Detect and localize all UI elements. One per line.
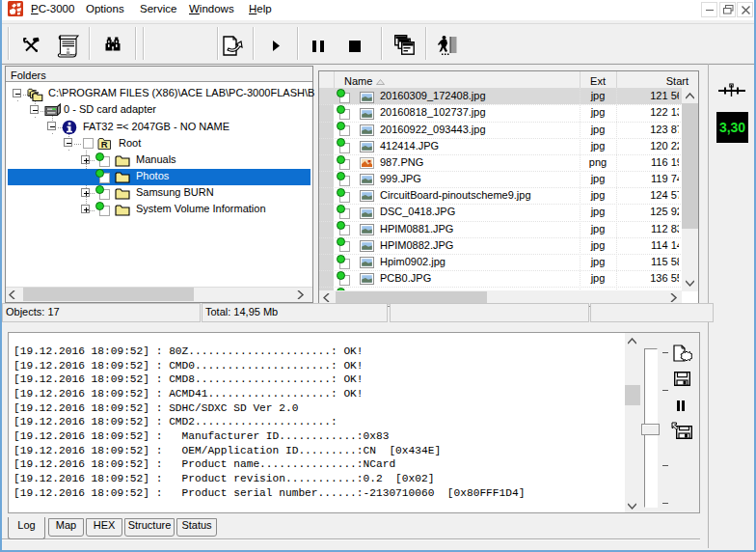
svg-text:R: R	[101, 139, 108, 150]
